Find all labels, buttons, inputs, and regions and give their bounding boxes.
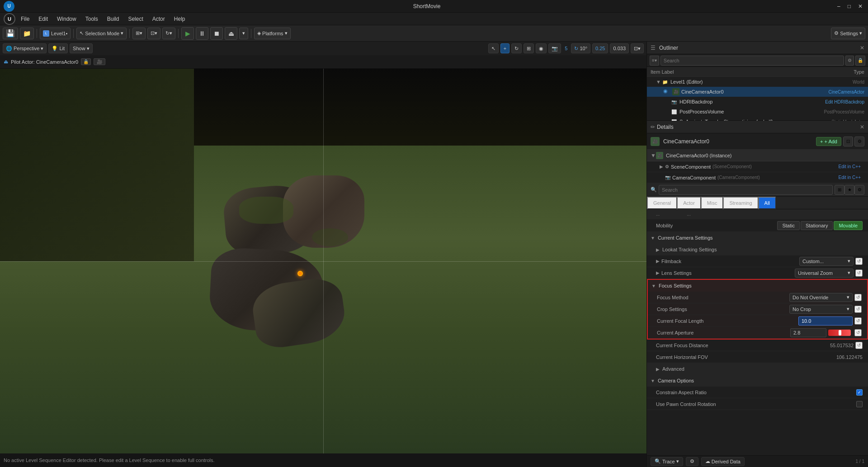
grid-snap-btn[interactable]: ⊡▾ (147, 28, 160, 39)
maximize-btn[interactable]: □ (846, 3, 853, 9)
scene-component-row[interactable]: ▶ ⚙ SceneComponent (SceneComponent) Edit… (647, 161, 868, 172)
instance-row[interactable]: ▼ 🎥 CineCameraActor0 (Instance) (647, 150, 868, 161)
focus-method-dropdown[interactable]: Do Not Override ▾ (789, 293, 853, 302)
save-btn[interactable]: 💾 (3, 28, 18, 39)
focus-distance-reset-btn[interactable]: ↺ (855, 342, 863, 349)
stationary-btn[interactable]: Stationary (801, 221, 833, 230)
fps-display-btn[interactable]: 0.033 (610, 43, 629, 53)
outliner-item-camera[interactable]: ◉ 🎥 CineCameraActor0 CineCameraActor (647, 87, 868, 97)
details-close-btn[interactable]: ✕ (860, 124, 864, 130)
menu-help[interactable]: Help (170, 15, 189, 23)
aperture-slider[interactable] (828, 330, 851, 336)
focus-settings-header[interactable]: ▼ Focus Settings (648, 280, 867, 292)
stop-btn[interactable]: ⏹ (210, 27, 223, 40)
advanced-section[interactable]: ▶ Advanced (647, 363, 868, 375)
menu-tools[interactable]: Tools (82, 15, 102, 23)
derived-data-btn[interactable]: ☁ Derived Data (701, 457, 745, 466)
outliner-item-postprocess[interactable]: ⬜ PostProcessVolume PostProcessVolume (647, 107, 868, 117)
camera-component-row[interactable]: 📷 CameraComponent (CameraComponent) Edit… (647, 172, 868, 183)
pilot-lock-btn[interactable]: 🔒 (81, 58, 91, 65)
viewport-options-btn[interactable]: ⊡▾ (631, 43, 644, 53)
tab-all[interactable]: All (758, 197, 776, 209)
focus-settings-arrow: ▼ (651, 283, 656, 288)
focus-settings-section: ▼ Focus Settings Focus Method Do Not Ove… (647, 279, 868, 340)
movable-btn[interactable]: Movable (834, 221, 863, 230)
camera-eye-icon[interactable]: ◉ (663, 88, 670, 95)
lock-details-btn[interactable]: ⚙ (854, 137, 864, 146)
outliner-settings-icon[interactable]: ⚙ (845, 56, 854, 66)
outliner-item-hdri[interactable]: 📷 HDRIBackdrop Edit HDRIBackdrop (647, 97, 868, 107)
angle-snap-btn[interactable]: ↻ 10° (571, 43, 590, 53)
focus-method-reset-btn[interactable]: ↺ (854, 294, 862, 301)
rotation-snap-btn[interactable]: ↻▾ (162, 28, 175, 39)
camera-speed-btn[interactable]: 📷 (548, 43, 561, 53)
lens-reset-btn[interactable]: ↺ (855, 269, 863, 277)
filmback-reset-btn[interactable]: ↺ (855, 258, 863, 265)
surface-snap-btn[interactable]: ◉ (536, 43, 547, 53)
rotate-vp-btn[interactable]: ↻ (511, 43, 522, 53)
settings-right-btn[interactable]: ⚙ (686, 457, 698, 466)
menu-file[interactable]: File (17, 15, 33, 23)
tab-general[interactable]: General (647, 197, 677, 209)
more-play-btn[interactable]: ▾ (239, 28, 248, 39)
aperture-input[interactable] (790, 328, 826, 337)
outliner-item-level[interactable]: ▼ 📁 Level1 (Editor) World (647, 77, 868, 87)
settings-btn[interactable]: ⚙ Settings ▾ (831, 28, 865, 39)
outliner-close-btn[interactable]: ✕ (860, 45, 864, 51)
perspective-btn[interactable]: 🌐 Perspective ▾ (3, 43, 47, 53)
eject-btn[interactable]: ⏏ (225, 27, 237, 40)
static-btn[interactable]: Static (777, 221, 800, 230)
maximize-details-btn[interactable]: ⊡ (843, 137, 853, 146)
current-camera-settings-section[interactable]: ▼ Current Camera Settings (647, 232, 868, 244)
add-component-btn[interactable]: + + Add (816, 137, 841, 146)
crop-settings-dropdown[interactable]: No Crop ▾ (789, 305, 853, 314)
tab-misc[interactable]: Misc (701, 197, 723, 209)
lookat-section[interactable]: ▶ Lookat Tracking Settings (647, 244, 868, 255)
platforms-btn[interactable]: ◈ Platforms ▾ (254, 28, 290, 39)
lens-dropdown[interactable]: Universal Zoom ▾ (795, 269, 854, 278)
eject-pilot-icon[interactable]: ⏏ (4, 59, 8, 65)
menu-edit[interactable]: Edit (35, 15, 52, 23)
trace-btn[interactable]: 🔍 Trace ▾ (651, 457, 683, 466)
world-grid-btn[interactable]: ⊞ (524, 43, 534, 53)
filmback-dropdown[interactable]: Custom... ▾ (799, 257, 854, 266)
outliner-lock-icon[interactable]: 🔒 (855, 56, 865, 66)
tab-actor[interactable]: Actor (677, 197, 701, 209)
details-search-input[interactable] (659, 185, 833, 195)
crop-settings-reset-btn[interactable]: ↺ (854, 306, 862, 313)
show-btn[interactable]: Show ▾ (70, 43, 93, 53)
minimize-btn[interactable]: – (835, 3, 842, 9)
details-settings-btn[interactable]: ⚙ (854, 185, 864, 195)
menu-build[interactable]: Build (104, 15, 123, 23)
camera-edit-cpp[interactable]: Edit in C++ (839, 175, 861, 180)
snap-grid-btn[interactable]: + (500, 43, 509, 53)
open-btn[interactable]: 📁 (20, 28, 34, 39)
tab-streaming[interactable]: Streaming (723, 197, 758, 209)
camera-options-section[interactable]: ▼ Camera Options (647, 375, 868, 387)
viewport-scene[interactable] (0, 69, 646, 453)
focus-distance-label: Current Focus Distance (656, 343, 830, 348)
level-tab[interactable]: L Level1• (40, 28, 71, 39)
details-grid-view-btn[interactable]: ⊞ (835, 185, 844, 195)
outliner-search-input[interactable] (660, 56, 844, 66)
focal-length-input[interactable] (798, 316, 853, 325)
focal-length-reset-btn[interactable]: ↺ (854, 317, 862, 325)
select-mode-vp-btn[interactable]: ↖ (488, 43, 499, 53)
lit-btn[interactable]: 💡 Lit (48, 43, 68, 53)
details-star-btn[interactable]: ★ (844, 185, 854, 195)
pawn-checkbox[interactable] (856, 401, 863, 407)
close-btn[interactable]: ✕ (856, 3, 864, 9)
scale-snap-btn[interactable]: 0.25 (592, 43, 608, 53)
scene-edit-cpp[interactable]: Edit in C++ (839, 164, 861, 169)
outliner-filter-btn[interactable]: ≡▾ (650, 56, 659, 66)
menu-window[interactable]: Window (53, 15, 80, 23)
play-btn[interactable]: ▶ (181, 27, 194, 40)
pilot-camera-btn[interactable]: 🎥 (94, 58, 105, 65)
pause-btn[interactable]: ⏸ (196, 27, 208, 40)
constrain-checkbox[interactable]: ✓ (856, 389, 863, 396)
actor-snap-btn[interactable]: ⊞▾ (132, 28, 146, 39)
selection-mode-btn[interactable]: ↖ Selection Mode ▾ (76, 28, 127, 39)
menu-select[interactable]: Select (124, 15, 146, 23)
aperture-reset-btn[interactable]: ↺ (854, 329, 862, 336)
menu-actor[interactable]: Actor (149, 15, 169, 23)
